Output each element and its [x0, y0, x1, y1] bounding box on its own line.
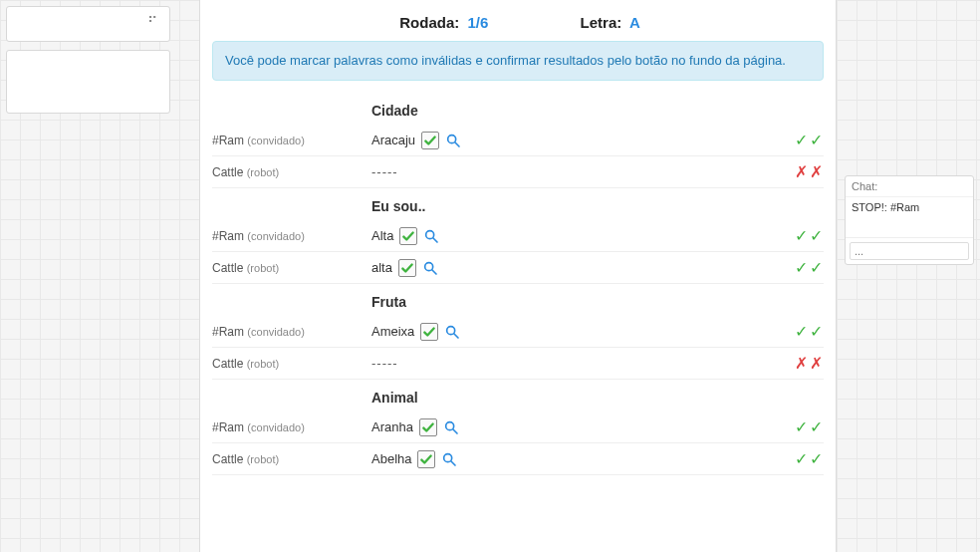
player-cell: Cattle (robot): [212, 261, 371, 275]
valid-checkbox[interactable]: [419, 418, 437, 436]
word-cell: Aracaju: [371, 132, 778, 149]
word-cell: Ameixa: [371, 323, 778, 341]
player-name: Cattle: [212, 165, 243, 179]
player-cell: Cattle (robot): [212, 357, 371, 371]
svg-line-1: [455, 142, 459, 146]
search-icon[interactable]: [443, 419, 459, 435]
spinner-icon: [147, 17, 161, 31]
player-cell: #Ram (convidado): [212, 325, 371, 339]
player-cell: #Ram (convidado): [212, 134, 371, 147]
answer-word: Alta: [371, 228, 393, 243]
player-role: (convidado): [247, 326, 304, 338]
search-icon[interactable]: [422, 260, 438, 276]
chat-message: STOP!: #Ram: [852, 201, 967, 213]
category-title: Fruta: [212, 290, 824, 316]
answer-word: alta: [371, 260, 392, 275]
svg-line-5: [432, 270, 436, 274]
category: Fruta#Ram (convidado)Ameixa✓✓Cattle (rob…: [212, 290, 824, 380]
player-role: (robot): [247, 262, 279, 274]
player-cell: #Ram (convidado): [212, 420, 371, 434]
category-title: Eu sou..: [212, 194, 824, 220]
loading-box: [6, 6, 170, 42]
chat-messages: STOP!: #Ram: [846, 197, 973, 237]
player-role: (convidado): [247, 135, 304, 146]
word-cell: -----: [371, 164, 778, 179]
vote-marks: ✓✓: [778, 449, 824, 468]
chat-title: Chat:: [846, 176, 973, 197]
letter-value: A: [629, 14, 640, 31]
letter-label: Letra:: [581, 14, 622, 31]
player-role: (robot): [247, 453, 279, 465]
chat-input-wrap: [846, 237, 973, 264]
vote-marks: ✓✓: [778, 322, 824, 341]
category: Eu sou..#Ram (convidado)Alta✓✓Cattle (ro…: [212, 194, 824, 284]
word-cell: Aranha: [371, 418, 778, 436]
answer-word: -----: [371, 164, 398, 179]
sidebar-box: [6, 50, 170, 114]
valid-checkbox[interactable]: [421, 132, 439, 149]
answer-row: Cattle (robot)-----✗✗: [212, 156, 824, 188]
answer-row: #Ram (convidado)Aracaju✓✓: [212, 125, 824, 156]
search-icon[interactable]: [441, 451, 457, 467]
word-cell: alta: [371, 259, 778, 277]
vote-marks: ✓✓: [778, 131, 824, 149]
valid-checkbox[interactable]: [399, 227, 417, 245]
answer-row: #Ram (convidado)Aranha✓✓: [212, 412, 824, 443]
word-cell: Abelha: [371, 450, 778, 468]
vote-marks: ✓✓: [778, 226, 824, 245]
player-name: Cattle: [212, 452, 243, 466]
word-cell: -----: [371, 356, 778, 371]
svg-line-11: [451, 461, 455, 465]
vote-marks: ✓✓: [778, 417, 824, 436]
round-header: Rodada: 1/6 Letra: A: [212, 8, 824, 41]
answer-row: Cattle (robot)-----✗✗: [212, 348, 824, 380]
player-cell: #Ram (convidado): [212, 229, 371, 243]
chat-input[interactable]: [850, 242, 969, 260]
main-panel: Rodada: 1/6 Letra: A Você pode marcar pa…: [199, 0, 837, 552]
round-label: Rodada:: [399, 14, 459, 31]
round-value: 1/6: [467, 14, 488, 31]
answer-word: Abelha: [371, 451, 411, 466]
svg-line-9: [453, 429, 457, 433]
player-role: (robot): [247, 358, 279, 370]
answer-row: #Ram (convidado)Ameixa✓✓: [212, 316, 824, 348]
category: Animal#Ram (convidado)Aranha✓✓Cattle (ro…: [212, 386, 824, 475]
answer-row: Cattle (robot)Abelha✓✓: [212, 443, 824, 475]
answer-word: Aranha: [371, 419, 413, 434]
search-icon[interactable]: [444, 324, 460, 340]
vote-marks: ✗✗: [778, 162, 824, 181]
svg-line-3: [433, 238, 437, 242]
player-name: #Ram: [212, 229, 244, 243]
player-role: (convidado): [247, 421, 304, 433]
player-name: #Ram: [212, 134, 244, 147]
word-cell: Alta: [371, 227, 778, 245]
svg-line-7: [454, 334, 458, 338]
answer-word: -----: [371, 356, 398, 371]
player-name: #Ram: [212, 420, 244, 434]
left-sidebar: [6, 6, 170, 122]
answer-row: Cattle (robot)alta✓✓: [212, 252, 824, 284]
search-icon[interactable]: [445, 133, 461, 148]
valid-checkbox[interactable]: [417, 450, 435, 468]
category-title: Animal: [212, 386, 824, 412]
player-name: #Ram: [212, 325, 244, 339]
player-name: Cattle: [212, 261, 243, 275]
vote-marks: ✗✗: [778, 354, 824, 373]
valid-checkbox[interactable]: [420, 323, 438, 341]
answer-row: #Ram (convidado)Alta✓✓: [212, 220, 824, 252]
chat-panel: Chat: STOP!: #Ram: [845, 175, 974, 265]
player-cell: Cattle (robot): [212, 452, 371, 466]
category-title: Cidade: [212, 99, 824, 125]
vote-marks: ✓✓: [778, 258, 824, 277]
player-role: (convidado): [247, 230, 304, 242]
player-role: (robot): [247, 166, 279, 178]
search-icon[interactable]: [423, 228, 439, 244]
valid-checkbox[interactable]: [398, 259, 416, 277]
player-name: Cattle: [212, 357, 243, 371]
categories-container: Cidade#Ram (convidado)Aracaju✓✓Cattle (r…: [212, 99, 824, 475]
player-cell: Cattle (robot): [212, 165, 371, 179]
category: Cidade#Ram (convidado)Aracaju✓✓Cattle (r…: [212, 99, 824, 188]
answer-word: Ameixa: [371, 324, 414, 339]
answer-word: Aracaju: [371, 133, 415, 147]
info-message: Você pode marcar palavras como inválidas…: [212, 41, 824, 81]
